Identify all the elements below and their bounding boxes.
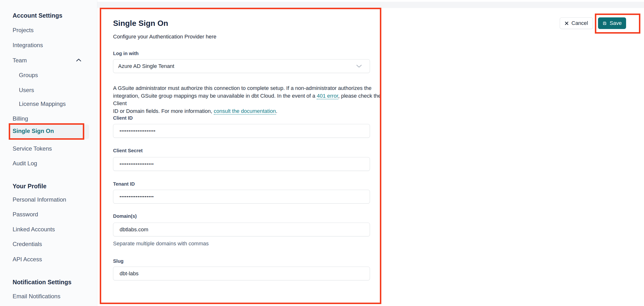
client-secret-field[interactable] bbox=[113, 157, 370, 171]
sidebar-item-projects[interactable]: Projects bbox=[12, 27, 34, 34]
slug-label: Slug bbox=[113, 258, 124, 264]
chevron-up-icon[interactable] bbox=[76, 58, 81, 61]
client-secret-label: Client Secret bbox=[113, 148, 142, 153]
link-consult-documentation[interactable]: consult the documentation bbox=[214, 108, 276, 115]
notice-text: ID or Domain fields. For more informatio… bbox=[113, 108, 214, 114]
save-button-label: Save bbox=[610, 20, 622, 26]
domains-label: Domain(s) bbox=[113, 213, 137, 219]
link-401-error[interactable]: 401 error bbox=[317, 93, 338, 99]
notice-text: integration, GSuite group mappings may b… bbox=[113, 93, 317, 99]
sidebar-item-password[interactable]: Password bbox=[12, 211, 38, 218]
sidebar-item-single-sign-on[interactable]: Single Sign On bbox=[12, 128, 54, 134]
page-subtitle: Configure your Authentication Provider h… bbox=[113, 34, 216, 40]
page-title: Single Sign On bbox=[113, 19, 168, 28]
sidebar-item-billing[interactable]: Billing bbox=[12, 115, 28, 122]
tenant-id-field[interactable] bbox=[113, 190, 370, 203]
notice-line-2: integration, GSuite group mappings may b… bbox=[113, 92, 387, 107]
save-button[interactable]: Save bbox=[598, 17, 626, 29]
account-settings-sidebar: Account Settings Projects Integrations T… bbox=[0, 0, 97, 306]
sidebar-item-team[interactable]: Team bbox=[12, 57, 27, 64]
log-in-with-selected-value: Azure AD Single Tenant bbox=[118, 63, 356, 69]
sidebar-item-integrations[interactable]: Integrations bbox=[12, 42, 43, 49]
log-in-with-select[interactable]: Azure AD Single Tenant bbox=[113, 59, 370, 73]
page-background-band bbox=[97, 2, 644, 8]
client-id-label: Client ID bbox=[113, 115, 133, 121]
sidebar-item-service-tokens[interactable]: Service Tokens bbox=[12, 145, 52, 152]
sidebar-section-notification-settings: Notification Settings bbox=[12, 279, 72, 286]
sidebar-item-linked-accounts[interactable]: Linked Accounts bbox=[12, 226, 55, 233]
sidebar-item-license-mappings[interactable]: License Mappings bbox=[19, 101, 66, 107]
sidebar-item-email-notifications[interactable]: Email Notifications bbox=[12, 293, 60, 300]
sidebar-item-personal-information[interactable]: Personal Information bbox=[12, 196, 66, 203]
cancel-button-label: Cancel bbox=[571, 20, 588, 26]
log-in-with-label: Log in with bbox=[113, 51, 139, 56]
notice-line-3: ID or Domain fields. For more informatio… bbox=[113, 107, 387, 115]
close-icon bbox=[564, 21, 569, 25]
notice-text: A GSuite administrator must authorize th… bbox=[113, 85, 372, 91]
notice-text: . bbox=[276, 108, 278, 114]
sidebar-item-credentials[interactable]: Credentials bbox=[12, 241, 42, 248]
sidebar-item-api-access[interactable]: API Access bbox=[12, 256, 42, 263]
floppy-disk-icon bbox=[602, 21, 607, 26]
sidebar-item-groups[interactable]: Groups bbox=[19, 72, 38, 79]
client-id-field[interactable] bbox=[113, 124, 370, 138]
sso-notice-text: A GSuite administrator must authorize th… bbox=[113, 84, 387, 115]
sidebar-item-audit-log[interactable]: Audit Log bbox=[12, 160, 37, 167]
sidebar-section-your-profile: Your Profile bbox=[12, 183, 46, 190]
cancel-button[interactable]: Cancel bbox=[560, 17, 593, 29]
tenant-id-label: Tenant ID bbox=[113, 181, 135, 187]
domains-help-text: Separate multiple domains with commas bbox=[113, 241, 209, 247]
domains-field[interactable] bbox=[113, 223, 370, 236]
sidebar-item-users[interactable]: Users bbox=[19, 87, 34, 94]
chevron-down-icon bbox=[356, 65, 362, 68]
slug-field[interactable] bbox=[113, 267, 370, 280]
sidebar-section-account-settings: Account Settings bbox=[12, 12, 62, 19]
notice-line-1: A GSuite administrator must authorize th… bbox=[113, 84, 387, 92]
